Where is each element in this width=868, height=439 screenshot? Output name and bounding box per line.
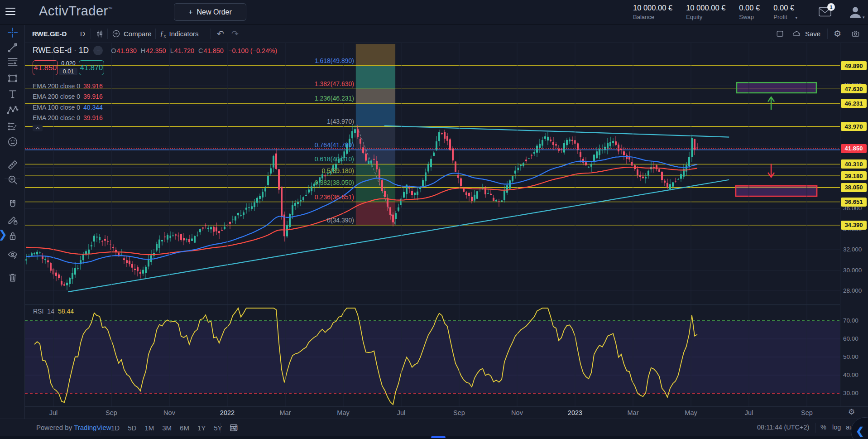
trademark: ™ xyxy=(108,6,113,11)
account-stat-balance: 10 000.00 €Balance xyxy=(633,4,672,20)
time-label-Sep: Sep xyxy=(793,409,820,416)
lock-tool-icon[interactable] xyxy=(6,230,19,242)
bottom-toolbar: Powered by TradingView 1D5D1M3M6M1Y5YAll… xyxy=(0,419,868,436)
sidebar-expand-chevron-icon[interactable]: ❯ xyxy=(0,228,7,241)
undo-button[interactable]: ↶ xyxy=(217,25,224,43)
messages-badge: 1 xyxy=(827,3,835,11)
layout-button[interactable] xyxy=(776,25,784,43)
save-button[interactable]: Save xyxy=(791,25,820,43)
ohlc-L: L41.720 xyxy=(170,47,194,54)
lot-size-field[interactable]: 0.01 xyxy=(59,68,77,75)
rsi-value: 58.44 xyxy=(58,308,74,315)
buy-button[interactable]: 41.870 xyxy=(79,60,104,75)
indicators-button[interactable]: ƒx Indicators xyxy=(160,25,199,43)
sell-button[interactable]: 41.850 xyxy=(33,60,58,75)
candlestick-icon xyxy=(95,29,104,39)
fib-label-0.618: 0.618(40.310) xyxy=(254,155,354,163)
tradingview-link[interactable]: TradingView xyxy=(74,424,111,431)
ruler-tool-icon[interactable] xyxy=(6,159,19,171)
account-stats: 10 000.00 €Balance10 000.00 €Equity0.00 … xyxy=(633,4,797,20)
rsi-name[interactable]: RSI xyxy=(33,308,43,315)
time-label-May: May xyxy=(330,409,357,416)
study-row[interactable]: EMA 100 close 040.344 xyxy=(33,102,277,113)
rsi-axis-label: 40.00 xyxy=(843,371,858,378)
time-label-2022: 2022 xyxy=(214,409,241,416)
rsi-axis-label: 50.00 xyxy=(843,353,858,360)
study-row[interactable]: EMA 200 close 039.916 xyxy=(33,92,277,102)
chevron-down-icon[interactable]: ▾ xyxy=(795,15,797,20)
spread-value: 0.020 xyxy=(61,60,75,67)
time-label-May: May xyxy=(677,409,705,416)
bottom-scroll-indicator[interactable] xyxy=(431,436,446,438)
shapes-tool-icon[interactable] xyxy=(6,72,19,85)
stat-label: Balance xyxy=(633,14,672,20)
study-value: 39.916 xyxy=(83,93,103,100)
range-5y[interactable]: 5Y xyxy=(210,424,226,432)
time-label-Mar: Mar xyxy=(619,409,647,416)
user-avatar[interactable] xyxy=(848,5,863,20)
legend-collapse-chevron[interactable] xyxy=(33,125,43,131)
screenshot-camera-icon[interactable] xyxy=(851,25,860,43)
avatar-caret-icon[interactable]: ▾ xyxy=(863,15,865,19)
plus-icon: + xyxy=(188,8,192,16)
topbar: ActivTrader™ + New Order 10 000.00 €Bala… xyxy=(0,0,868,25)
crosshair-tool-icon[interactable] xyxy=(6,26,19,39)
log-scale-button[interactable]: log xyxy=(832,424,841,431)
symbol-button[interactable]: RWE.GE-D xyxy=(32,25,67,43)
study-value: 40.344 xyxy=(83,104,103,111)
menu-icon[interactable] xyxy=(5,8,15,16)
go-to-date-icon[interactable] xyxy=(229,423,239,434)
text-tool-icon[interactable] xyxy=(6,88,19,101)
trend-line-tool-icon[interactable] xyxy=(6,41,19,54)
time-label-Nov: Nov xyxy=(504,409,531,416)
ohlc-O: O41.930 xyxy=(111,47,137,54)
fib-label-0.382: 0.382(38.050) xyxy=(254,179,354,186)
cloud-icon xyxy=(791,29,802,38)
interval-button[interactable]: D xyxy=(80,25,85,43)
study-row[interactable]: EMA 200 close 039.916 xyxy=(33,113,277,124)
xabcd-pattern-tool-icon[interactable] xyxy=(6,104,19,116)
fib-retracement-tool-icon[interactable] xyxy=(6,56,19,68)
level-price-tag: 47.630 xyxy=(841,84,867,93)
magnet-tool-icon[interactable] xyxy=(6,198,19,211)
settings-gear-icon[interactable]: ⚙ xyxy=(834,25,841,43)
study-row[interactable]: EMA 200 close 039.916 xyxy=(33,81,277,92)
range-1m[interactable]: 1M xyxy=(140,424,158,432)
range-6m[interactable]: 6M xyxy=(176,424,193,432)
range-5d[interactable]: 5D xyxy=(124,424,140,432)
chart-style-button[interactable] xyxy=(95,25,104,43)
stat-value: 10 000.00 € xyxy=(686,4,725,12)
new-order-button[interactable]: + New Order xyxy=(174,3,246,21)
trash-tool-icon[interactable] xyxy=(6,271,19,284)
redo-button[interactable]: ↷ xyxy=(231,25,239,43)
level-price-tag: 39.180 xyxy=(841,171,867,180)
fib-label-0.764: 0.764(41.709) xyxy=(254,141,354,149)
time-axis[interactable]: ❮ JulSepNov2022MarMayJulSepNov2023MarMay… xyxy=(25,406,868,419)
price-grid-label: 28.000 xyxy=(843,287,862,294)
legend-collapse-button[interactable]: − xyxy=(93,46,103,55)
chart-legend: RWE.GE-d · 1D − O41.930H42.350L41.720C41… xyxy=(33,46,277,131)
compare-button[interactable]: Compare xyxy=(112,25,152,43)
studies-legend: EMA 200 close 039.916EMA 200 close 039.9… xyxy=(33,81,277,123)
study-name: EMA 100 close 0 xyxy=(33,104,80,111)
forecast-tool-icon[interactable] xyxy=(6,120,19,133)
range-1d[interactable]: 1D xyxy=(107,424,124,432)
zoom-in-tool-icon[interactable] xyxy=(6,174,19,186)
percent-scale-button[interactable]: % xyxy=(820,424,826,431)
range-3m[interactable]: 3M xyxy=(158,424,176,432)
time-label-Mar: Mar xyxy=(272,409,299,416)
study-value: 39.916 xyxy=(83,82,103,90)
level-price-tag: 49.890 xyxy=(841,61,867,70)
time-label-Jul: Jul xyxy=(388,409,415,416)
level-price-tag: 46.231 xyxy=(841,99,867,108)
legend-symbol-title[interactable]: RWE.GE-d · 1D xyxy=(33,46,89,55)
draw-lock-tool-icon[interactable] xyxy=(6,213,19,226)
eye-tool-icon[interactable] xyxy=(6,248,19,261)
range-1y[interactable]: 1Y xyxy=(193,424,210,432)
axis-settings-gear-icon[interactable]: ⚙ xyxy=(848,407,855,417)
powered-by: Powered by TradingView xyxy=(36,424,111,431)
session-clock[interactable]: 08:11:44 (UTC+2) xyxy=(757,424,809,431)
emoji-tool-icon[interactable] xyxy=(6,135,19,148)
stat-label: Swap xyxy=(739,14,760,20)
account-stat-profit[interactable]: 0.00 €Profit ▾ xyxy=(773,4,797,20)
